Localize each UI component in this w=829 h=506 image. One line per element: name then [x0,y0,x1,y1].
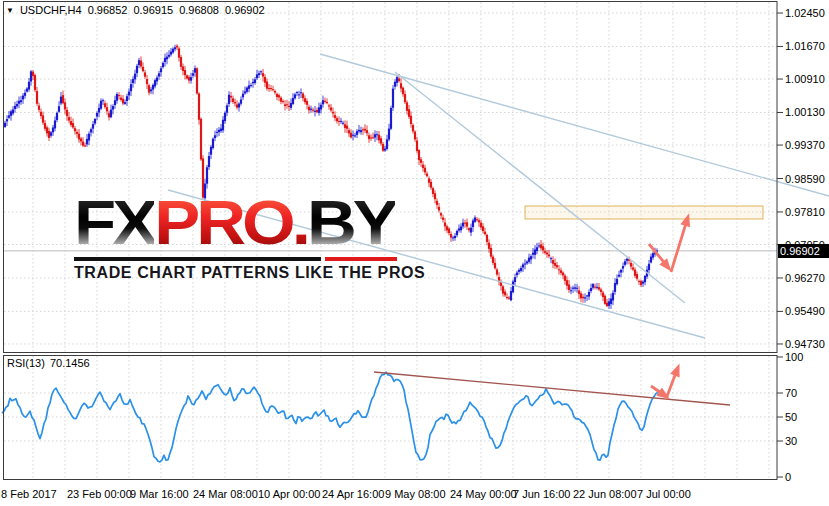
time-axis-label: 24 Mar 08:00 [193,488,258,500]
rsi-axis-label: 100 [785,351,803,363]
rsi-axis-label: 0 [785,471,791,483]
logo-by: BY [307,187,395,258]
time-axis-label: 10 Apr 00:00 [258,488,320,500]
price-axis-label: 0.98590 [785,173,825,185]
time-axis-label: 7 Jun 16:00 [513,488,571,500]
fxpro-watermark: FXPRO.BY TRADE CHART PATTERNS LIKE THE P… [74,191,422,282]
price-axis-label: 0.96270 [785,272,825,284]
rsi-axis-label: 50 [785,411,797,423]
price-axis-label: 0.94730 [785,338,825,350]
close-value: 0.96902 [225,4,265,17]
time-axis-label: 8 Feb 2017 [1,488,57,500]
price-axis-label: 1.00130 [785,106,825,118]
rsi-indicator-header: RSI(13) 70.1456 [7,357,90,369]
price-axis-label: 1.01670 [785,40,825,52]
chevron-down-icon[interactable]: ▼ [6,4,14,17]
time-axis-label: 9 May 08:00 [385,488,446,500]
time-axis-label: 7 Jul 00:00 [637,488,691,500]
current-price-badge: 0.96902 [778,244,829,258]
mt4-chart-window: ▼ USDCHF,H4 0.96852 0.96915 0.96808 0.96… [0,0,829,506]
time-axis-label: 24 Apr 16:00 [322,488,384,500]
fxpro-logo: FXPRO.BY [74,191,422,254]
time-axis-label: 9 Mar 16:00 [130,488,189,500]
logo-fx: FX [74,187,154,258]
price-axis-label: 0.99370 [785,139,825,151]
price-axis-label: 1.02450 [785,7,825,19]
time-axis-label: 23 Feb 00:00 [67,488,132,500]
time-axis-label: 22 Jun 08:00 [573,488,637,500]
symbol-ohlc-header: ▼ USDCHF,H4 0.96852 0.96915 0.96808 0.96… [6,4,265,17]
symbol-timeframe-label: USDCHF,H4 [20,4,82,17]
open-value: 0.96852 [88,4,128,17]
time-axis-label: 24 May 00:00 [450,488,517,500]
high-value: 0.96915 [133,4,173,17]
rsi-name: RSI(13) [7,357,45,369]
logo-pro: PRO. [154,187,307,258]
price-axis-label: 1.00910 [785,73,825,85]
price-axis-label: 0.97810 [785,206,825,218]
logo-tagline: TRADE CHART PATTERNS LIKE THE PROS [74,264,422,282]
rsi-value: 70.1456 [50,357,90,369]
low-value: 0.96808 [179,4,219,17]
rsi-axis-label: 30 [785,435,797,447]
rsi-axis-label: 70 [785,387,797,399]
price-axis-label: 0.95490 [785,305,825,317]
